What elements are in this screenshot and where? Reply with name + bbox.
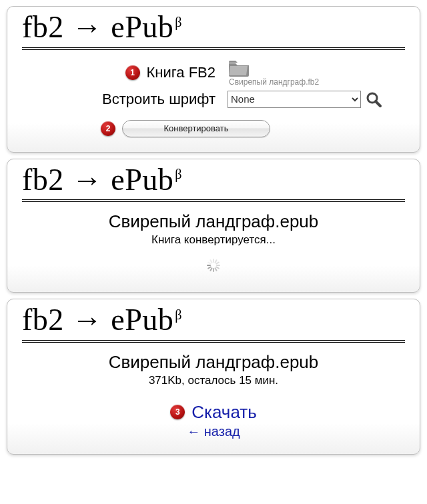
divider — [22, 340, 405, 343]
title-from: fb2 — [22, 10, 64, 44]
title-arrow: → — [72, 303, 103, 337]
panel-step1: fb2 → ePubβ 1 Книга FB2 Свирепый ландгра… — [7, 6, 420, 153]
row-font: Встроить шрифт None — [22, 91, 405, 108]
download-link[interactable]: Скачать — [191, 402, 257, 423]
status-text: Книга конвертируется... — [22, 233, 405, 247]
title-arrow: → — [72, 10, 103, 44]
title-to: ePub — [111, 163, 173, 197]
divider — [22, 199, 405, 202]
book-label: Книга FB2 — [147, 64, 216, 81]
title-from: fb2 — [22, 303, 64, 337]
app-title: fb2 → ePubβ — [22, 163, 405, 197]
app-title: fb2 → ePubβ — [22, 303, 405, 337]
selected-filename: Свирепый ландграф.fb2 — [229, 77, 319, 87]
spinner-icon — [205, 257, 222, 273]
step-badge-3: 3 — [170, 405, 185, 419]
title-to: ePub — [111, 303, 173, 337]
title-arrow: → — [72, 163, 103, 197]
step-badge-2: 2 — [101, 121, 115, 136]
panel-step3: fb2 → ePubβ Свирепый ландграф.epub 371Kb… — [7, 299, 420, 455]
title-to: ePub — [111, 10, 173, 44]
output-filename: Свирепый ландграф.epub — [22, 211, 405, 232]
convert-button[interactable]: Конвертировать — [122, 120, 270, 137]
panel-step2: fb2 → ePubβ Свирепый ландграф.epub Книга… — [7, 159, 420, 293]
font-select[interactable]: None — [228, 91, 361, 108]
title-beta: β — [175, 167, 182, 181]
file-info: 371Kb, осталось 15 мин. — [22, 374, 405, 387]
output-filename: Свирепый ландграф.epub — [22, 352, 405, 373]
search-icon[interactable] — [365, 91, 382, 108]
step-badge-1: 1 — [125, 65, 140, 80]
divider — [22, 47, 405, 50]
app-title: fb2 → ePubβ — [22, 11, 405, 45]
embed-font-label: Встроить шрифт — [102, 91, 216, 108]
title-from: fb2 — [22, 163, 64, 197]
title-beta: β — [175, 307, 182, 322]
title-beta: β — [175, 15, 182, 29]
back-link[interactable]: ← назад — [22, 424, 405, 439]
row-book: 1 Книга FB2 Свирепый ландграф.fb2 — [22, 59, 405, 87]
folder-icon[interactable] — [228, 59, 250, 77]
row-convert: 2 Конвертировать — [22, 120, 405, 137]
svg-line-1 — [376, 101, 380, 106]
